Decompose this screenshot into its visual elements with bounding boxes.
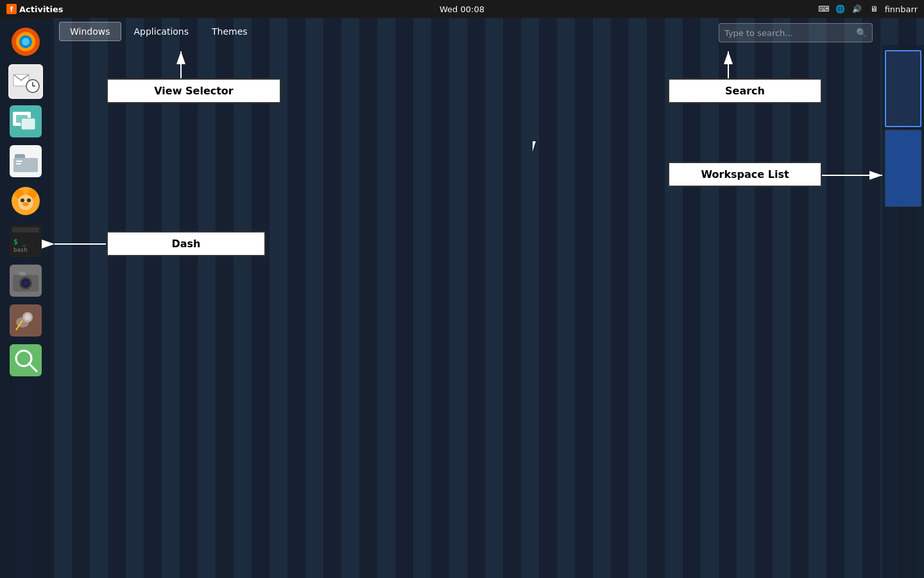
svg-text:$ _: $ _: [13, 238, 26, 246]
dock-files[interactable]: [8, 144, 43, 179]
workspace-2[interactable]: [885, 130, 921, 207]
search-annotation: Search: [668, 78, 822, 103]
workspace-1[interactable]: [885, 50, 921, 127]
svg-point-3: [22, 38, 30, 46]
activities-label: Activities: [19, 4, 64, 14]
svg-rect-15: [13, 158, 38, 172]
dock-terminal[interactable]: $ _ bash: [8, 223, 43, 258]
dock-firefox[interactable]: [8, 24, 43, 59]
username: finnbarr: [885, 4, 918, 14]
svg-rect-26: [12, 227, 39, 232]
activities-icon: f: [6, 4, 17, 14]
network-icon: 🌐: [835, 3, 846, 15]
search-magnifier-icon: 🔍: [856, 28, 867, 38]
tab-applications[interactable]: Applications: [124, 22, 200, 40]
dock-camera[interactable]: [8, 263, 43, 298]
dock-bear[interactable]: [8, 184, 43, 218]
top-bar: f Activities Wed 00:08 ⌨ 🌐 🔊 🖥 finnbarr: [0, 0, 924, 18]
svg-text:bash: bash: [13, 247, 28, 253]
svg-rect-34: [19, 272, 26, 276]
search-input[interactable]: [724, 28, 856, 38]
view-selector-annotation: View Selector: [107, 78, 281, 103]
svg-point-23: [27, 198, 31, 202]
svg-rect-12: [21, 118, 35, 130]
dock-mail[interactable]: [8, 64, 43, 99]
clock: Wed 00:08: [440, 4, 484, 14]
search-input-container[interactable]: 🔍: [719, 23, 873, 42]
svg-point-24: [22, 202, 29, 206]
keyboard-icon: ⌨: [818, 3, 830, 15]
tab-themes[interactable]: Themes: [201, 22, 258, 40]
svg-rect-17: [16, 163, 21, 164]
svg-point-38: [24, 314, 31, 320]
svg-point-22: [21, 198, 24, 202]
dock-gimp[interactable]: [8, 303, 43, 338]
volume-icon: 🔊: [851, 3, 863, 15]
dock-photos[interactable]: [8, 104, 43, 139]
tab-windows[interactable]: Windows: [59, 22, 121, 41]
system-tray: ⌨ 🌐 🔊 🖥 finnbarr: [818, 3, 924, 15]
activities-button[interactable]: f Activities: [0, 0, 70, 18]
svg-point-33: [23, 281, 28, 286]
dash-annotation: Dash: [107, 231, 266, 256]
workspace-list-annotation: Workspace List: [668, 162, 822, 187]
dock: $ _ bash: [0, 18, 51, 578]
dock-search-app[interactable]: [8, 343, 43, 378]
screen-icon: 🖥: [868, 3, 880, 15]
workspace-switcher: [882, 45, 924, 578]
svg-rect-16: [16, 161, 22, 162]
